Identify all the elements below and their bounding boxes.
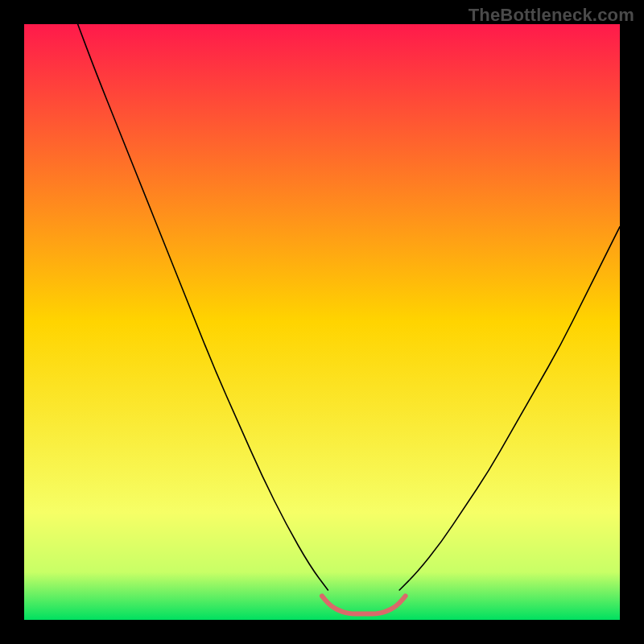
- plot-svg: [24, 24, 620, 620]
- watermark-text: TheBottleneck.com: [469, 5, 634, 26]
- plot-background: [24, 24, 620, 620]
- chart-frame: TheBottleneck.com: [0, 0, 644, 644]
- plot-area: [24, 24, 620, 620]
